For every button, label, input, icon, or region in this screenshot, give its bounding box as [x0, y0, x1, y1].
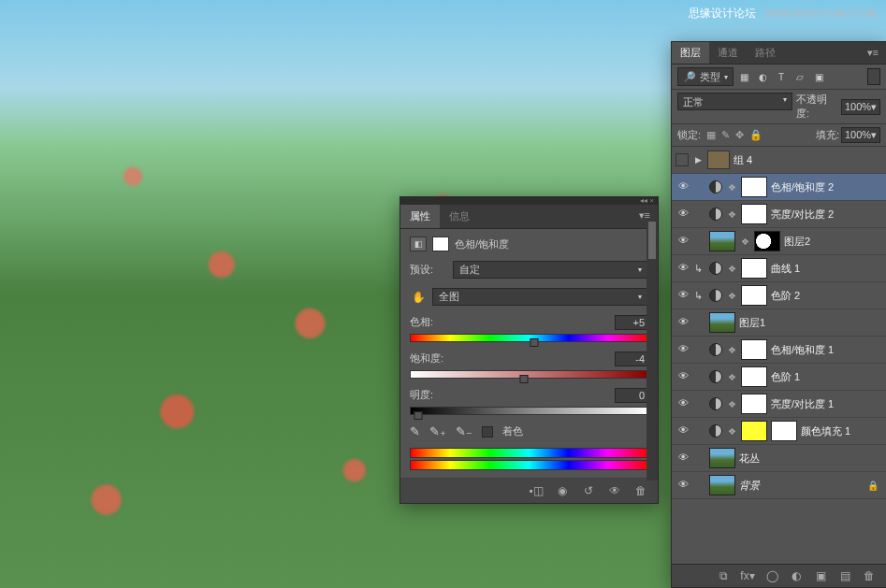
link-layers-icon[interactable]: ⧉ [716, 569, 731, 582]
blend-mode-dropdown[interactable]: 正常 ▾ [677, 93, 792, 110]
eyedropper-icon[interactable]: ✎ [410, 424, 420, 438]
layer-name[interactable]: 亮度/对比度 2 [771, 208, 834, 222]
panel-menu-icon[interactable]: ▾≡ [860, 42, 886, 64]
layer-row[interactable]: 👁 ↳ ❖ 色阶 2 [672, 282, 886, 309]
tab-properties[interactable]: 属性 [400, 205, 440, 228]
layer-row[interactable]: 👁 ❖ 色相/饱和度 1 [672, 337, 886, 364]
layer-row[interactable]: 👁 图层1 [672, 309, 886, 337]
tab-layers[interactable]: 图层 [672, 42, 709, 64]
layer-name[interactable]: 色相/饱和度 2 [771, 180, 834, 194]
mask-thumbnail[interactable] [754, 231, 780, 251]
slider-thumb[interactable] [530, 338, 538, 347]
layer-name[interactable]: 色阶 2 [771, 289, 800, 303]
visibility-eye-icon[interactable]: 👁 [675, 289, 690, 302]
trash-icon[interactable]: 🗑 [862, 569, 877, 582]
eyedropper-subtract-icon[interactable]: ✎₋ [456, 424, 472, 438]
layer-row[interactable]: 👁 ↳ ❖ 曲线 1 [672, 255, 886, 282]
layer-row[interactable]: 👁 ❖ 颜色填充 1 [672, 418, 886, 445]
visibility-eye-icon[interactable]: 👁 [675, 424, 690, 437]
visibility-eye-icon[interactable]: 👁 [675, 479, 690, 492]
layer-name[interactable]: 色相/饱和度 1 [771, 343, 834, 357]
fold-arrow-icon[interactable]: ▶ [692, 155, 704, 165]
new-group-icon[interactable]: ▣ [813, 569, 828, 582]
mask-icon[interactable] [432, 237, 449, 251]
visibility-eye-icon[interactable]: 👁 [675, 316, 690, 329]
layer-row[interactable]: 👁 ❖ 色相/饱和度 2 [672, 174, 886, 201]
layer-row[interactable]: 👁 ❖ 色阶 1 [672, 364, 886, 391]
filter-shape-icon[interactable]: ▱ [792, 68, 808, 85]
filter-toggle[interactable] [867, 68, 880, 85]
clip-icon[interactable]: ▪◫ [529, 484, 544, 497]
slider-thumb[interactable] [520, 375, 529, 383]
hue-slider[interactable] [410, 334, 648, 342]
hue-input[interactable]: +5 [615, 315, 648, 330]
lightness-input[interactable]: 0 [615, 388, 648, 403]
layer-name[interactable]: 亮度/对比度 1 [771, 397, 834, 411]
visibility-eye-icon[interactable]: 👁 [675, 397, 690, 410]
layer-thumbnail[interactable] [709, 475, 735, 495]
layer-thumbnail[interactable] [741, 421, 767, 441]
opacity-input[interactable]: 100%▾ [841, 99, 880, 115]
preset-dropdown[interactable]: 自定 ▾ [453, 261, 648, 279]
layer-name[interactable]: 花丛 [739, 452, 760, 466]
channel-dropdown[interactable]: 全图 ▾ [432, 288, 648, 306]
trash-icon[interactable]: 🗑 [633, 484, 648, 497]
filter-adjustment-icon[interactable]: ◐ [754, 68, 771, 85]
layer-thumbnail[interactable] [741, 177, 767, 197]
slider-thumb[interactable] [414, 411, 422, 420]
lock-position-icon[interactable]: ✥ [735, 129, 744, 141]
scrollbar[interactable] [646, 220, 658, 480]
add-mask-icon[interactable]: ◯ [764, 569, 779, 582]
visibility-eye-icon[interactable]: 👁 [675, 343, 690, 356]
lightness-slider[interactable] [410, 407, 648, 415]
layer-thumbnail[interactable] [741, 285, 767, 306]
lock-paint-icon[interactable]: ✎ [721, 129, 730, 141]
layer-name[interactable]: 背景 [739, 479, 760, 493]
layer-row[interactable]: 👁 花丛 [672, 445, 886, 472]
layer-row[interactable]: 👁 ❖ 亮度/对比度 1 [672, 391, 886, 418]
layer-row[interactable]: 👁 背景 🔒 [672, 472, 886, 499]
fill-input[interactable]: 100%▾ [841, 127, 880, 143]
visibility-eye-icon[interactable]: 👁 [675, 235, 690, 248]
layer-name[interactable]: 色阶 1 [771, 370, 800, 384]
lock-all-icon[interactable]: 🔒 [749, 129, 763, 141]
layer-fx-icon[interactable]: fx▾ [740, 569, 755, 582]
filter-type-icon[interactable]: T [773, 68, 790, 85]
layer-name[interactable]: 组 4 [733, 153, 752, 167]
new-layer-icon[interactable]: ▤ [837, 569, 852, 582]
layer-row[interactable]: ▶ 组 4 [672, 147, 886, 174]
layer-thumbnail[interactable] [709, 231, 735, 251]
layer-row[interactable]: 👁 ❖ 图层2 [672, 228, 886, 255]
view-previous-icon[interactable]: ◉ [555, 484, 570, 497]
eyedropper-add-icon[interactable]: ✎₊ [429, 424, 446, 438]
layer-thumbnail[interactable] [709, 448, 735, 468]
layer-thumbnail[interactable] [741, 258, 767, 279]
panel-drag-bar[interactable]: ◂◂ × [400, 197, 658, 205]
layer-row[interactable]: 👁 ❖ 亮度/对比度 2 [672, 201, 886, 228]
new-adjustment-icon[interactable]: ◐ [789, 569, 804, 582]
reset-icon[interactable]: ↺ [581, 484, 596, 497]
layer-thumbnail[interactable] [741, 204, 767, 224]
layer-name[interactable]: 图层2 [784, 235, 810, 249]
saturation-input[interactable]: -4 [615, 351, 648, 366]
layer-name[interactable]: 颜色填充 1 [801, 424, 850, 438]
visibility-placeholder[interactable] [675, 153, 689, 166]
colorize-checkbox[interactable] [482, 426, 493, 437]
layer-name[interactable]: 曲线 1 [771, 262, 800, 276]
lock-transparent-icon[interactable]: ▦ [706, 129, 716, 141]
visibility-eye-icon[interactable]: 👁 [675, 452, 690, 465]
scrubby-hand-icon[interactable]: ✋ [410, 289, 427, 306]
saturation-slider[interactable] [410, 370, 648, 379]
mask-thumbnail[interactable] [771, 421, 797, 441]
layer-thumbnail[interactable] [709, 312, 735, 333]
filter-kind-dropdown[interactable]: 🔎 类型 ▾ [677, 67, 733, 86]
filter-smart-icon[interactable]: ▣ [810, 68, 827, 85]
tab-channels[interactable]: 通道 [709, 42, 747, 64]
layer-name[interactable]: 图层1 [739, 316, 765, 330]
layer-thumbnail[interactable] [741, 339, 767, 360]
layer-thumbnail[interactable] [741, 366, 767, 387]
visibility-eye-icon[interactable]: 👁 [675, 208, 690, 221]
visibility-eye-icon[interactable]: 👁 [675, 262, 690, 275]
toggle-visibility-icon[interactable]: 👁 [607, 484, 622, 497]
visibility-eye-icon[interactable]: 👁 [675, 180, 690, 194]
